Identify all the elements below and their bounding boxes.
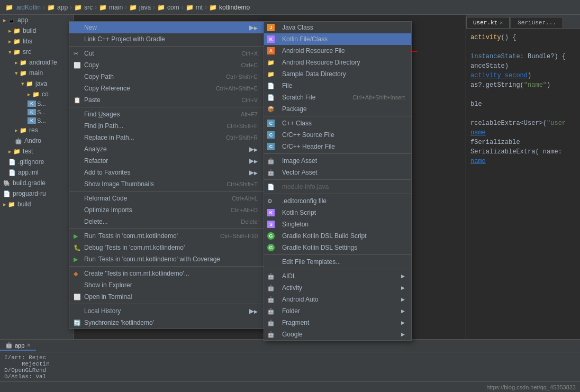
submenu-gradle-dsl-settings[interactable]: G Gradle Kotlin DSL Settings <box>264 242 411 253</box>
folder-open-icon: ▾ 📁 <box>8 49 21 56</box>
menu-item-cut[interactable]: ✂ Cut Ctrl+X <box>69 48 264 59</box>
menu-label: Copy Reference <box>84 85 130 92</box>
sidebar-item-file2[interactable]: K S... <box>0 108 74 116</box>
sidebar-item-appiml[interactable]: 📄 app.iml <box>0 167 74 178</box>
sidebar-item-gitignore[interactable]: 📄 .gitignore <box>0 157 74 167</box>
menu-item-optimize[interactable]: Optimize Imports Ctrl+Alt+O <box>69 204 264 216</box>
submenu-java-class[interactable]: J Java Class <box>264 22 411 33</box>
submenu-label: Folder <box>282 307 300 315</box>
submenu-fragment[interactable]: 🤖 Fragment ▶ <box>264 317 411 329</box>
sidebar-item-android-manifest[interactable]: 🤖 Andro <box>0 135 74 146</box>
menu-item-find-path[interactable]: Find in Path... Ctrl+Shift+F <box>69 120 264 132</box>
submenu-kotlin-script[interactable]: K Kotlin Script <box>264 207 411 218</box>
submenu-android-resource-dir[interactable]: 📁 Android Resource Directory <box>264 57 411 68</box>
menu-item-run-coverage[interactable]: ▶ Run 'Tests in 'com.mt.kotlindemo' with… <box>69 253 264 265</box>
sidebar-item-co[interactable]: ▸ 📁 co <box>0 89 74 99</box>
menu-item-show-image[interactable]: Show Image Thumbnails Ctrl+Shift+T <box>69 178 264 190</box>
tab-close-icon[interactable]: ✕ <box>500 20 503 26</box>
folder-open-icon: ▾ 📁 <box>15 70 27 77</box>
menu-item-analyze[interactable]: Analyze ▶ <box>69 143 264 155</box>
menu-item-find-usages[interactable]: Find Usages Alt+F7 <box>69 108 264 120</box>
sidebar-item-src[interactable]: ▾ 📁 src <box>0 47 74 57</box>
sidebar-item-main[interactable]: ▾ 📁 main <box>0 68 74 78</box>
breadcrumb-item5[interactable]: java <box>139 4 151 11</box>
breadcrumb-item7[interactable]: mt <box>196 4 203 11</box>
menu-item-add-favorites[interactable]: Add to Favorites ▶ <box>69 167 264 178</box>
submenu-label: Gradle Kotlin DSL Build Script <box>282 232 367 240</box>
sidebar-item-app[interactable]: ▸ 📱 app <box>0 15 74 25</box>
sidebar-item-test[interactable]: ▸ 📁 test <box>0 146 74 157</box>
menu-item-local-history[interactable]: Local History ▶ <box>69 305 264 317</box>
breadcrumb-item2[interactable]: app <box>57 4 68 11</box>
sidebar-item-buildgradle[interactable]: 🐘 build.gradle <box>0 178 74 188</box>
proguard-icon: 📄 <box>3 190 11 197</box>
submenu-scratch[interactable]: 📄 Scratch File Ctrl+Alt+Shift+Insert <box>264 92 411 103</box>
breadcrumb-item[interactable]: aidKotlin <box>16 4 41 11</box>
submenu-image-asset[interactable]: 🤖 Image Asset <box>264 155 411 167</box>
submenu-cpp-class[interactable]: C C++ Class <box>264 117 411 129</box>
sidebar-item-libs[interactable]: ▸ 📁 libs <box>0 36 74 47</box>
submenu-aidl[interactable]: 🤖 AIDL ▶ <box>264 270 411 282</box>
sidebar-item-build2[interactable]: ▸ 📁 build <box>0 199 74 209</box>
submenu-sep2 <box>264 153 411 154</box>
menu-item-delete[interactable]: Delete... Delete <box>69 216 264 227</box>
submenu-cpp-header[interactable]: C C/C++ Header File <box>264 141 411 152</box>
kotlin-file-icon: K <box>28 101 36 107</box>
submenu-label: AIDL <box>282 272 296 280</box>
activity-arrow: ▶ <box>401 285 405 290</box>
breadcrumb-item6[interactable]: com <box>167 4 179 11</box>
bottom-tab-app[interactable]: 🤖 app ✕ <box>0 341 36 351</box>
kotlin-file-icon3: K <box>28 117 36 124</box>
submenu-vector-asset[interactable]: 🤖 Vector Asset <box>264 167 411 178</box>
submenu-kotlin-file[interactable]: K Kotlin File/Class <box>264 33 411 45</box>
android-resource-icon: A <box>267 47 275 54</box>
google-arrow: ▶ <box>401 332 405 337</box>
breadcrumb-item3[interactable]: src <box>84 4 93 11</box>
gradle-icon: 🐘 <box>3 180 11 187</box>
sidebar-item-proguard[interactable]: 📄 proguard-ru <box>0 188 74 199</box>
menu-item-open-terminal[interactable]: ⬜ Open in Terminal <box>69 291 264 303</box>
submenu-edit-templates[interactable]: Edit File Templates... <box>264 256 411 268</box>
submenu-android-auto[interactable]: 🤖 Android Auto ▶ <box>264 294 411 305</box>
menu-item-copy[interactable]: ⬜ Copy Ctrl+C <box>69 59 264 71</box>
menu-item-show-explorer[interactable]: Show in Explorer <box>69 279 264 291</box>
menu-item-replace-path[interactable]: Replace in Path... Ctrl+Shift+R <box>69 132 264 143</box>
submenu-folder[interactable]: 🤖 Folder ▶ <box>264 305 411 317</box>
menu-item-reformat[interactable]: Reformat Code Ctrl+Alt+L <box>69 193 264 204</box>
shortcut-label: Ctrl+Alt+Shift+Insert <box>352 94 405 101</box>
menu-separator4 <box>69 229 264 229</box>
sidebar-item-file1[interactable]: K S... <box>0 99 74 108</box>
menu-item-create-tests[interactable]: ◆ Create 'Tests in com.mt.kotlindemo'... <box>69 268 264 279</box>
submenu-google[interactable]: 🤖 Google ▶ <box>264 329 411 340</box>
menu-item-run-tests[interactable]: ▶ Run 'Tests in 'com.mt.kotlindemo' Ctrl… <box>69 230 264 242</box>
sidebar-item-file3[interactable]: K S... <box>0 116 74 125</box>
sidebar-item-res[interactable]: ▸ 📁 res <box>0 125 74 135</box>
submenu-singleton[interactable]: S Singleton <box>264 218 411 230</box>
menu-item-refactor[interactable]: Refactor ▶ <box>69 155 264 167</box>
sidebar-item-java[interactable]: ▾ 📁 java <box>0 78 74 89</box>
breadcrumb-item4[interactable]: main <box>109 4 123 11</box>
submenu-editorconfig[interactable]: ⚙ .editorconfig file <box>264 195 411 207</box>
sidebar-item-androidtest[interactable]: ▸ 📁 androidTe <box>0 57 74 68</box>
breadcrumb-item8[interactable]: kotlindemo <box>219 4 250 11</box>
menu-item-new[interactable]: New ▶ <box>69 22 264 33</box>
submenu-cpp-source[interactable]: C C/C++ Source File <box>264 129 411 141</box>
menu-item-debug-tests[interactable]: 🐛 Debug 'Tests in 'com.mt.kotlindemo' <box>69 242 264 253</box>
submenu-gradle-dsl-build[interactable]: G Gradle Kotlin DSL Build Script <box>264 230 411 242</box>
menu-item-copy-path[interactable]: Copy Path Ctrl+Shift+C <box>69 71 264 83</box>
sidebar-item-build[interactable]: ▸ 📁 build <box>0 25 74 36</box>
submenu-module-info[interactable]: 📄 module-info.java <box>264 181 411 193</box>
close-icon[interactable]: ✕ <box>26 342 31 348</box>
submenu-sample-data[interactable]: 📁 Sample Data Directory <box>264 68 411 80</box>
tab-seri-user[interactable]: SeriUser... <box>511 17 563 28</box>
submenu-activity[interactable]: 🤖 Activity ▶ <box>264 282 411 294</box>
submenu-file[interactable]: 📄 File <box>264 80 411 92</box>
menu-item-copy-reference[interactable]: Copy Reference Ctrl+Alt+Shift+C <box>69 83 264 94</box>
tab-user-kt[interactable]: User.kt ✕ <box>466 17 510 28</box>
menu-item-link-cpp[interactable]: Link C++ Project with Gradle <box>69 33 264 45</box>
submenu-android-resource[interactable]: A Android Resource File <box>264 45 411 57</box>
submenu-package[interactable]: 📦 Package <box>264 103 411 115</box>
menu-item-synchronize[interactable]: 🔄 Synchronize 'kotlindemo' <box>69 317 264 329</box>
menu-item-paste[interactable]: 📋 Paste Ctrl+V <box>69 94 264 106</box>
code-editor-panel: User.kt ✕ SeriUser... activity() { insta… <box>466 15 580 350</box>
